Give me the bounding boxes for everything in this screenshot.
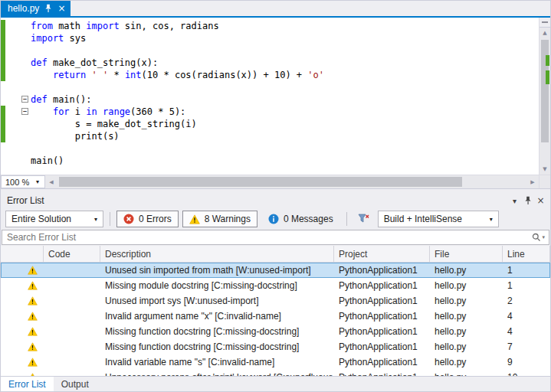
- chevron-down-icon: ▾: [542, 234, 545, 240]
- fold-gutter: [5, 118, 31, 130]
- error-list-row[interactable]: Unnecessary parens after 'print' keyword…: [1, 370, 550, 376]
- pin-icon[interactable]: [44, 4, 52, 13]
- collapse-icon[interactable]: −: [21, 108, 28, 115]
- code-line[interactable]: def make_dot_string(x):: [1, 57, 539, 69]
- row-project-cell: PythonApplication1: [334, 357, 430, 368]
- code-line[interactable]: from math import sin, cos, radians: [1, 20, 539, 32]
- error-list-row[interactable]: Invalid argument name "x" [C:invalid-nam…: [1, 309, 550, 324]
- filter-icon: [358, 214, 369, 224]
- search-input[interactable]: [2, 232, 528, 243]
- code-text: for i in range(360 * 5):: [31, 106, 185, 118]
- code-text: s = make_dot_string(i): [31, 118, 197, 130]
- code-line[interactable]: print(s): [1, 130, 539, 142]
- scroll-down-icon[interactable]: ▼: [540, 164, 550, 175]
- warning-icon: [28, 296, 38, 305]
- document-tab-title: hello.py: [8, 3, 39, 14]
- clear-filters-button[interactable]: [353, 211, 374, 227]
- splitter-grip-icon: [542, 21, 548, 23]
- scrollbar-track[interactable]: [540, 38, 550, 164]
- toolbar-separator: [110, 212, 110, 226]
- column-header-line[interactable]: Line: [503, 246, 550, 262]
- error-list-row[interactable]: Missing module docstring [C:missing-docs…: [1, 278, 550, 293]
- zoom-level: 100 %: [5, 178, 33, 187]
- document-tab-hello-py[interactable]: hello.py ×: [1, 1, 71, 16]
- code-text: print(s): [31, 130, 120, 142]
- code-line[interactable]: [1, 44, 539, 57]
- error-list-row[interactable]: Invalid variable name "s" [C:invalid-nam…: [1, 354, 550, 370]
- editor-horizontal-scrollbar[interactable]: [57, 175, 526, 188]
- code-text: from math import sin, cos, radians: [31, 20, 219, 32]
- column-header-code[interactable]: Code: [44, 246, 100, 262]
- tab-error-list[interactable]: Error List: [1, 377, 54, 391]
- error-list-row[interactable]: Unused import sys [W:unused-import] Pyth…: [1, 293, 550, 309]
- row-severity-cell: [1, 312, 44, 321]
- fold-gutter: [5, 57, 31, 69]
- error-list-row[interactable]: Missing function docstring [C:missing-do…: [1, 324, 550, 339]
- fold-gutter: −: [5, 93, 31, 106]
- chevron-down-icon: ▾: [487, 216, 496, 223]
- row-project-cell: PythonApplication1: [334, 341, 430, 352]
- code-line[interactable]: −def main():: [1, 93, 539, 106]
- source-filter-dropdown[interactable]: Build + IntelliSense ▾: [378, 211, 499, 227]
- row-file-cell: hello.py: [430, 341, 503, 352]
- column-header-description[interactable]: Description: [100, 246, 334, 262]
- column-header-project[interactable]: Project: [334, 246, 430, 262]
- warnings-count-label: 8 Warnings: [205, 214, 251, 224]
- errors-count-label: 0 Errors: [139, 214, 172, 224]
- error-list-row[interactable]: Unused sin imported from math [W:unused-…: [1, 263, 550, 278]
- errors-filter-button[interactable]: 0 Errors: [116, 211, 179, 227]
- tab-output[interactable]: Output: [54, 377, 97, 391]
- code-area[interactable]: from math import sin, cos, radiansimport…: [1, 18, 539, 175]
- row-line-cell: 1: [503, 280, 550, 291]
- collapse-icon[interactable]: −: [21, 96, 28, 103]
- code-line[interactable]: main(): [1, 155, 539, 167]
- close-icon[interactable]: ×: [534, 195, 547, 206]
- window-position-icon[interactable]: ▾: [508, 197, 521, 205]
- editor-vertical-scrollbar[interactable]: ▲ ▼: [539, 18, 550, 175]
- zoom-selector[interactable]: 100 % ▾: [1, 175, 45, 188]
- split-handle[interactable]: [540, 18, 550, 28]
- vs-window: hello.py × from math import sin, cos, ra…: [0, 0, 551, 392]
- code-line[interactable]: s = make_dot_string(i): [1, 118, 539, 130]
- code-line[interactable]: [1, 81, 539, 93]
- fold-gutter: [5, 69, 31, 81]
- scroll-up-icon[interactable]: ▲: [540, 28, 550, 38]
- pin-icon[interactable]: [521, 196, 534, 205]
- chevron-down-icon: ▾: [91, 216, 100, 223]
- scope-filter-dropdown[interactable]: Entire Solution ▾: [5, 211, 103, 227]
- row-project-cell: PythonApplication1: [334, 296, 430, 306]
- code-line[interactable]: [1, 142, 539, 155]
- error-list-row[interactable]: Missing function docstring [C:missing-do…: [1, 339, 550, 354]
- code-line[interactable]: − for i in range(360 * 5):: [1, 106, 539, 118]
- code-line[interactable]: return ' ' * int(10 * cos(radians(x)) + …: [1, 69, 539, 81]
- code-text: def make_dot_string(x):: [31, 57, 158, 69]
- scrollbar-thumb[interactable]: [59, 177, 462, 187]
- code-text: import sys: [31, 32, 86, 44]
- panel-title: Error List: [7, 195, 508, 206]
- row-description-cell: Unused sin imported from math [W:unused-…: [100, 265, 334, 276]
- column-header-severity[interactable]: [1, 246, 44, 262]
- chevron-down-icon: ▾: [33, 178, 42, 185]
- row-line-cell: 9: [503, 357, 550, 368]
- code-line[interactable]: import sys: [1, 32, 539, 44]
- row-severity-cell: [1, 266, 44, 275]
- row-project-cell: PythonApplication1: [334, 280, 430, 291]
- fold-gutter: −: [5, 106, 31, 118]
- warnings-filter-button[interactable]: 8 Warnings: [182, 211, 257, 227]
- row-description-cell: Invalid argument name "x" [C:invalid-nam…: [100, 311, 334, 322]
- search-controls[interactable]: ▾: [528, 233, 549, 242]
- scroll-left-icon[interactable]: ◀: [45, 179, 57, 185]
- scroll-right-icon[interactable]: ▶: [526, 179, 539, 185]
- code-editor[interactable]: from math import sin, cos, radiansimport…: [1, 18, 550, 175]
- close-icon[interactable]: ×: [57, 4, 65, 13]
- warning-icon: [28, 281, 38, 290]
- row-description-cell: Missing module docstring [C:missing-docs…: [100, 280, 334, 291]
- row-project-cell: PythonApplication1: [334, 326, 430, 337]
- warning-icon: [28, 342, 38, 351]
- error-list-title-bar[interactable]: Error List ▾ ×: [1, 193, 550, 208]
- row-severity-cell: [1, 296, 44, 305]
- messages-filter-button[interactable]: 0 Messages: [261, 211, 340, 227]
- fold-gutter: [5, 81, 31, 93]
- row-line-cell: 1: [503, 265, 550, 276]
- column-header-file[interactable]: File: [430, 246, 503, 262]
